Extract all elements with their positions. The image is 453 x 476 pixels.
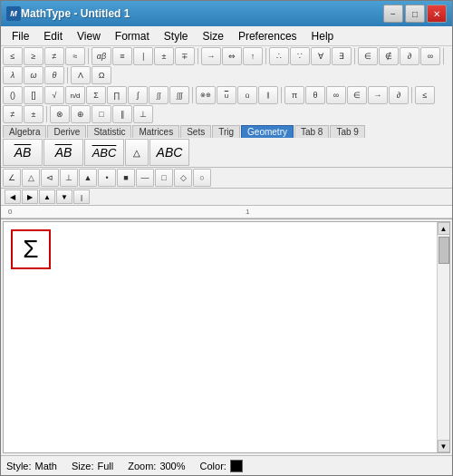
tab-algebra[interactable]: Algebra (3, 125, 46, 138)
shape-rect[interactable]: □ (155, 169, 173, 187)
tool-Omega[interactable]: Ω (92, 66, 111, 84)
tool-sum[interactable]: Σ (86, 86, 106, 104)
tool-perp[interactable]: ⊥ (133, 105, 153, 123)
tool-arrow2[interactable]: → (368, 86, 388, 104)
tool-partial2[interactable]: ∂ (389, 86, 409, 104)
shape-circle[interactable]: ○ (193, 169, 211, 187)
editor-area[interactable]: Σ ▲ ▼ (3, 221, 450, 453)
tmpl-ABC-arc[interactable]: ABC (84, 139, 124, 166)
nav-up[interactable]: ▲ (39, 189, 55, 204)
menu-view[interactable]: View (70, 28, 108, 44)
tab-8[interactable]: Tab 8 (294, 125, 329, 138)
menu-preferences[interactable]: Preferences (231, 28, 304, 44)
tmpl-ABC-plain[interactable]: ABC (149, 139, 189, 166)
tool-lambda[interactable]: λ (3, 66, 23, 84)
tool-mp[interactable]: ∓ (175, 47, 195, 65)
tool-omega[interactable]: ω (24, 66, 43, 84)
status-zoom: Zoom: 300% (128, 461, 185, 471)
tool-divides[interactable]: ∣ (133, 47, 153, 65)
tool-Lambda[interactable]: Λ (71, 66, 91, 84)
tab-statistic[interactable]: Statistic (87, 125, 131, 138)
scroll-thumb[interactable] (439, 237, 449, 264)
tool-in2[interactable]: ∈ (347, 86, 367, 104)
shape-left[interactable]: ⊲ (41, 169, 59, 187)
nav-down[interactable]: ▼ (56, 189, 72, 204)
shape-perp[interactable]: ⊥ (60, 169, 78, 187)
nav-left[interactable]: ◀ (5, 189, 21, 204)
tool-hat[interactable]: û (237, 86, 257, 104)
tool-partial[interactable]: ∂ (400, 47, 419, 65)
tool-less[interactable]: ≤ (415, 86, 435, 104)
scroll-down-arrow[interactable]: ▼ (438, 440, 450, 452)
tool-iff[interactable]: ⇔ (222, 47, 242, 65)
shape-dot[interactable]: • (98, 169, 116, 187)
tool-infty[interactable]: ∞ (420, 47, 440, 65)
menu-edit[interactable]: Edit (36, 28, 70, 44)
tool-dotprod[interactable]: ⊗ (50, 105, 70, 123)
tool-vbar[interactable]: ∥ (112, 105, 132, 123)
tool-therefore[interactable]: ∴ (269, 47, 289, 65)
menu-size[interactable]: Size (196, 28, 231, 44)
minimize-button[interactable]: − (383, 5, 403, 23)
menu-format[interactable]: Format (108, 28, 157, 44)
shape-angle[interactable]: ∠ (3, 169, 21, 187)
tmpl-AB-overline-2[interactable]: AB (43, 139, 83, 166)
tool-pi[interactable]: π (284, 86, 304, 104)
tmpl-AB-overline[interactable]: AB (3, 139, 43, 166)
tab-trig[interactable]: Trig (212, 125, 240, 138)
tool-geq[interactable]: ≥ (24, 47, 43, 65)
tool-box[interactable]: □ (92, 105, 111, 123)
shape-square[interactable]: ■ (117, 169, 135, 187)
tool-pm2[interactable]: ± (24, 105, 43, 123)
close-button[interactable]: ✕ (427, 5, 447, 23)
tool-dint[interactable]: ∫∫ (149, 86, 169, 104)
tab-matrices[interactable]: Matrices (132, 125, 179, 138)
tab-geometry[interactable]: Geometry (241, 125, 294, 138)
tool-uparrow[interactable]: ↑ (243, 47, 263, 65)
tool-oplus[interactable]: ⊕ (71, 105, 91, 123)
nav-home[interactable]: | (73, 189, 90, 204)
tool-leq[interactable]: ≤ (3, 47, 23, 65)
tool-integral[interactable]: ∫ (128, 86, 148, 104)
tool-prod[interactable]: ∏ (107, 86, 127, 104)
tool-arrow[interactable]: → (201, 47, 221, 65)
shape-tri-open[interactable]: △ (22, 169, 40, 187)
scroll-up-arrow[interactable]: ▲ (438, 222, 450, 235)
tool-matrix2[interactable]: ⊗⊕ (196, 86, 216, 104)
tab-derive[interactable]: Derive (47, 125, 86, 138)
tool-tint[interactable]: ∫∫∫ (169, 86, 189, 104)
tool-because[interactable]: ∵ (290, 47, 310, 65)
tool-neq[interactable]: ≠ (44, 47, 64, 65)
tool-sqrt[interactable]: √ (44, 86, 64, 104)
tool-equiv[interactable]: ≡ (112, 47, 132, 65)
tool-approx[interactable]: ≈ (65, 47, 85, 65)
tab-9[interactable]: Tab 9 (330, 125, 364, 138)
tool-alpha[interactable]: αβ (92, 47, 111, 65)
shape-line[interactable]: — (136, 169, 154, 187)
shape-diamond[interactable]: ◇ (174, 169, 192, 187)
menu-style[interactable]: Style (157, 28, 196, 44)
tool-notin[interactable]: ∉ (379, 47, 399, 65)
menu-help[interactable]: Help (304, 28, 342, 44)
nav-right[interactable]: ▶ (22, 189, 38, 204)
tool-paren[interactable]: () (3, 86, 23, 104)
tool-exists[interactable]: ∃ (332, 47, 352, 65)
tool-bar2[interactable]: ∥ (258, 86, 278, 104)
menu-file[interactable]: File (5, 28, 36, 44)
title-bar: M MathType - Untitled 1 − □ ✕ (1, 1, 452, 26)
tool-neq2[interactable]: ≠ (3, 105, 23, 123)
tool-forall[interactable]: ∀ (311, 47, 331, 65)
toolbar-area: ≤ ≥ ≠ ≈ αβ ≡ ∣ ± ∓ → ⇔ ↑ ∴ ∵ ∀ ∃ ∈ ∉ ∂ ∞… (1, 46, 452, 219)
tmpl-triangle-ABC[interactable]: △ (125, 139, 149, 166)
tool-pm[interactable]: ± (154, 47, 174, 65)
tool-theta2[interactable]: θ (305, 86, 325, 104)
shape-tri-fill[interactable]: ▲ (79, 169, 97, 187)
tool-theta[interactable]: θ (44, 66, 64, 84)
tool-in[interactable]: ∈ (358, 47, 378, 65)
tool-bracket[interactable]: [] (24, 86, 43, 104)
tool-fraction[interactable]: n/d (65, 86, 85, 104)
maximize-button[interactable]: □ (405, 5, 425, 23)
tab-sets[interactable]: Sets (180, 125, 211, 138)
tool-infty2[interactable]: ∞ (326, 86, 346, 104)
tool-overline[interactable]: u (217, 86, 236, 104)
